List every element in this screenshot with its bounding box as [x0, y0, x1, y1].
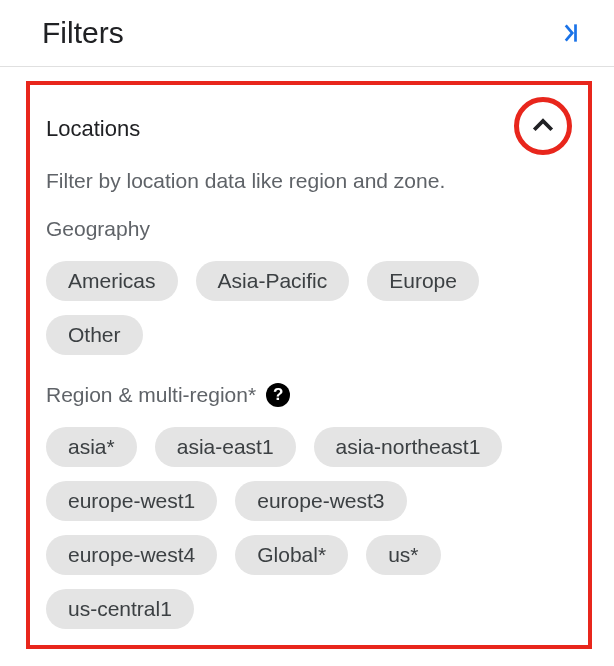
- region-chip-group: asia* asia-east1 asia-northeast1 europe-…: [46, 427, 576, 629]
- region-chip[interactable]: asia*: [46, 427, 137, 467]
- region-label: Region & multi-region* ?: [46, 383, 576, 407]
- filters-header: Filters: [0, 0, 614, 67]
- collapse-section-button[interactable]: [514, 97, 572, 155]
- geography-chip[interactable]: Asia-Pacific: [196, 261, 350, 301]
- region-chip[interactable]: europe-west1: [46, 481, 217, 521]
- help-icon[interactable]: ?: [266, 383, 290, 407]
- region-chip[interactable]: us*: [366, 535, 440, 575]
- geography-chip[interactable]: Americas: [46, 261, 178, 301]
- chevron-up-icon: [528, 111, 558, 141]
- geography-label-text: Geography: [46, 217, 150, 241]
- geography-chip-group: Americas Asia-Pacific Europe Other: [46, 261, 576, 355]
- region-chip[interactable]: asia-northeast1: [314, 427, 503, 467]
- locations-panel-header: Locations: [46, 103, 576, 155]
- geography-label: Geography: [46, 217, 576, 241]
- geography-chip[interactable]: Europe: [367, 261, 479, 301]
- collapse-panel-icon[interactable]: [556, 20, 582, 46]
- geography-chip[interactable]: Other: [46, 315, 143, 355]
- region-chip[interactable]: asia-east1: [155, 427, 296, 467]
- region-chip[interactable]: us-central1: [46, 589, 194, 629]
- region-chip[interactable]: europe-west3: [235, 481, 406, 521]
- region-chip[interactable]: europe-west4: [46, 535, 217, 575]
- region-chip[interactable]: Global*: [235, 535, 348, 575]
- locations-description: Filter by location data like region and …: [46, 169, 576, 193]
- locations-title: Locations: [46, 116, 140, 142]
- filters-title: Filters: [42, 16, 124, 50]
- locations-panel: Locations Filter by location data like r…: [26, 81, 592, 649]
- region-label-text: Region & multi-region*: [46, 383, 256, 407]
